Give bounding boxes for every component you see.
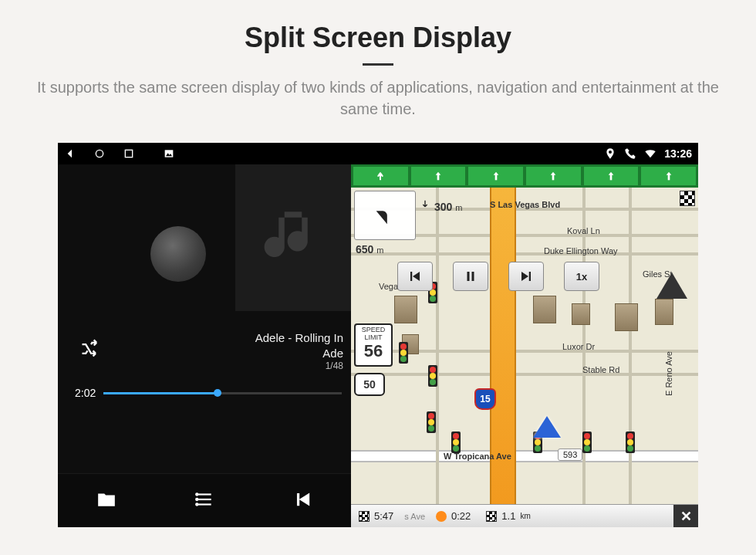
svg-rect-13 (610, 174, 613, 180)
album-art-placeholder (150, 226, 206, 282)
svg-rect-18 (529, 272, 531, 281)
progress-fill (103, 392, 218, 394)
page-title: Split Screen Display (0, 22, 756, 54)
android-status-bar: 13:26 (58, 143, 698, 164)
road (351, 252, 698, 256)
elapsed-time: 2:02 (75, 387, 96, 399)
street-label: Koval Ln (567, 226, 600, 235)
track-metadata: Adele - Rolling In Ade 1/48 (255, 330, 343, 373)
street-label: Stable Rd (582, 365, 619, 374)
map-canvas[interactable]: S Las Vegas Blvd Koval Ln Duke Ellington… (351, 188, 698, 504)
svg-rect-10 (437, 174, 440, 180)
distance-unit: km (520, 512, 530, 520)
lane-arrow (353, 167, 408, 185)
svg-rect-1 (125, 150, 132, 157)
nav-pause-button[interactable] (453, 262, 488, 291)
svg-point-8 (196, 498, 197, 499)
svg-point-9 (196, 503, 197, 505)
nav-next-button[interactable] (508, 262, 544, 291)
progress-thumb[interactable] (214, 389, 221, 397)
track-title: Adele - Rolling In (255, 330, 343, 346)
folder-button[interactable] (96, 489, 116, 513)
building (615, 303, 638, 331)
traffic-light-icon (582, 431, 592, 453)
checkered-flag-icon (359, 511, 370, 522)
svg-rect-12 (552, 174, 555, 180)
nav-prev-button[interactable] (397, 262, 433, 291)
building (572, 303, 590, 325)
turn-distance-unit: m (455, 203, 462, 212)
speed-limit-value: 56 (356, 342, 391, 360)
building (655, 299, 673, 325)
progress-track[interactable] (103, 392, 342, 394)
lane-arrow (468, 167, 523, 185)
building (394, 296, 417, 323)
duration-icon (436, 511, 447, 522)
road (351, 373, 698, 376)
traffic-light-icon (399, 342, 408, 364)
next-distance-unit: m (376, 245, 383, 255)
turn-distance-value: 300 (434, 201, 452, 213)
home-icon[interactable] (93, 147, 106, 160)
wifi-icon (644, 147, 656, 160)
recent-icon[interactable] (123, 147, 135, 160)
lane-arrow (411, 167, 466, 185)
vehicle-cursor-icon (533, 416, 561, 438)
playlist-button[interactable] (194, 489, 214, 513)
track-index: 1/48 (255, 360, 343, 373)
street-label: Luxor Dr (562, 342, 595, 351)
turn-instruction-panel (354, 191, 416, 240)
track-artist: Ade (255, 346, 343, 361)
page-subtitle: It supports the same screen display of t… (0, 76, 756, 120)
traffic-light-icon (428, 365, 437, 387)
destination-flag-icon (680, 191, 695, 206)
next-turn-distance: 650 m (356, 243, 383, 256)
road (629, 188, 632, 504)
traffic-light-icon (451, 431, 461, 453)
street-label: Giles St (643, 269, 673, 279)
traffic-light-icon (626, 431, 635, 453)
lane-guidance-bar (351, 164, 698, 188)
svg-point-0 (96, 150, 103, 157)
lane-arrow (526, 167, 581, 185)
back-icon[interactable] (64, 147, 76, 160)
svg-rect-14 (667, 174, 670, 180)
title-divider (363, 63, 393, 66)
svg-rect-15 (410, 272, 412, 281)
duration-value: 0:22 (451, 510, 471, 522)
device-screenshot: 13:26 Adele - Rolling In Ade 1/48 (58, 143, 698, 527)
interstate-shield: 15 (474, 388, 496, 410)
nav-close-button[interactable]: ✕ (673, 505, 698, 527)
svg-rect-11 (494, 174, 497, 180)
svg-rect-16 (467, 272, 470, 281)
nav-bottom-bar: 5:47 s Ave 0:22 1.1 km ✕ (351, 504, 698, 527)
road (436, 188, 439, 504)
next-distance-value: 650 (356, 243, 373, 256)
street-label: Duke Ellington Way (544, 246, 618, 256)
nav-speed-button[interactable]: 1x (564, 262, 599, 291)
location-icon (604, 147, 616, 160)
lane-arrow (584, 167, 639, 185)
status-time: 13:26 (664, 147, 692, 160)
lane-arrow (641, 167, 696, 185)
gallery-icon[interactable] (163, 147, 175, 160)
speed-limit-sign: SPEED LIMIT 56 (354, 323, 393, 367)
progress-bar[interactable]: 2:02 (75, 387, 342, 399)
navigation-pane: S Las Vegas Blvd Koval Ln Duke Ellington… (351, 164, 698, 527)
svg-rect-17 (472, 272, 474, 281)
building (533, 296, 556, 323)
music-player-pane: Adele - Rolling In Ade 1/48 2:02 (58, 164, 351, 527)
street-label: S Las Vegas Blvd (490, 200, 560, 209)
prev-track-button[interactable] (292, 489, 312, 513)
eta-value: 5:47 (374, 510, 393, 522)
street-number-pill: 593 (558, 448, 582, 461)
traffic-light-icon (427, 411, 436, 433)
shuffle-button[interactable] (79, 338, 101, 363)
music-note-icon (235, 164, 351, 311)
road-main (351, 450, 698, 462)
phone-icon (624, 147, 636, 160)
turn-distance: 300 m (419, 198, 463, 213)
detail-text: s Ave (401, 512, 428, 521)
svg-point-7 (196, 493, 197, 495)
street-label: W Tropicana Ave (444, 452, 511, 461)
